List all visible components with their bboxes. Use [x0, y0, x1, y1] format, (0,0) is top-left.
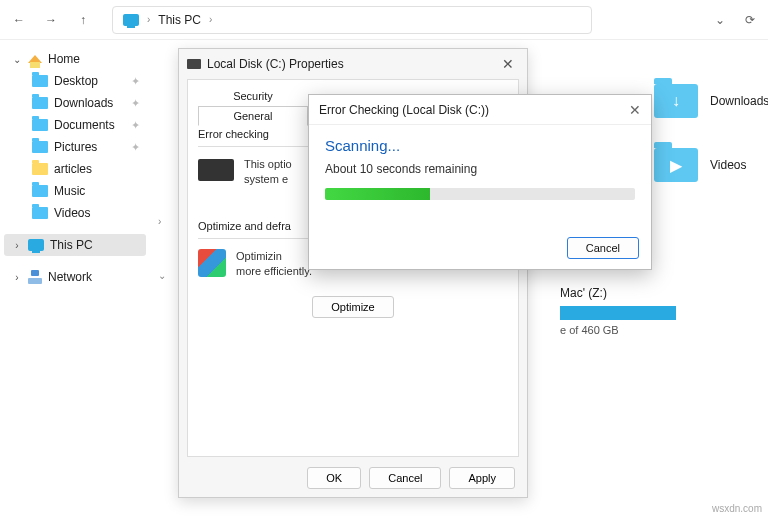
- forward-icon[interactable]: →: [42, 11, 60, 29]
- drive-name: Mac' (Z:): [560, 286, 676, 300]
- drive-icon: [187, 59, 201, 69]
- drive-capacity: e of 460 GB: [560, 324, 676, 336]
- folder-icon: [32, 75, 48, 87]
- folder-icon: [32, 207, 48, 219]
- refresh-icon[interactable]: ⟳: [742, 12, 758, 28]
- error-dialog-titlebar[interactable]: Error Checking (Local Disk (C:)) ✕: [309, 95, 651, 125]
- folder-icon: [32, 97, 48, 109]
- sidebar-item-label: Music: [54, 184, 85, 198]
- drive-icon: [198, 159, 234, 181]
- sidebar-item-label: articles: [54, 162, 92, 176]
- pin-icon: ✦: [131, 119, 140, 132]
- tile-videos[interactable]: ▶ Videos: [654, 148, 746, 182]
- properties-titlebar[interactable]: Local Disk (C:) Properties ✕: [179, 49, 527, 79]
- sidebar-item-label: Downloads: [54, 96, 113, 110]
- ok-button[interactable]: OK: [307, 467, 361, 489]
- sidebar: ⌄ Home Desktop✦ Downloads✦ Documents✦ Pi…: [0, 40, 150, 518]
- text-line: Optimizin: [236, 249, 312, 264]
- properties-title-text: Local Disk (C:) Properties: [207, 57, 344, 71]
- optimize-icon: [198, 249, 226, 277]
- chevron-right-icon: ›: [12, 272, 22, 283]
- properties-tabs: Security General: [198, 86, 308, 126]
- sidebar-item-pictures[interactable]: Pictures✦: [24, 136, 146, 158]
- chevron-icon: ›: [147, 14, 150, 25]
- chevron-down-icon[interactable]: ⌄: [158, 270, 166, 281]
- cancel-button[interactable]: Cancel: [369, 467, 441, 489]
- folder-icon: [32, 119, 48, 131]
- folder-icon: [32, 163, 48, 175]
- sidebar-item-documents[interactable]: Documents✦: [24, 114, 146, 136]
- cancel-button[interactable]: Cancel: [567, 237, 639, 259]
- folder-icon: [32, 141, 48, 153]
- toolbar: ← → ↑ › This PC › ⌄ ⟳: [0, 0, 768, 40]
- sidebar-item-label: Network: [48, 270, 92, 284]
- error-checking-dialog: Error Checking (Local Disk (C:)) ✕ Scann…: [308, 94, 652, 270]
- sidebar-item-this-pc[interactable]: › This PC: [4, 234, 146, 256]
- sidebar-item-label: Desktop: [54, 74, 98, 88]
- progress-fill: [325, 188, 430, 200]
- network-icon: [28, 270, 42, 284]
- watermark: wsxdn.com: [712, 503, 762, 514]
- sidebar-item-downloads[interactable]: Downloads✦: [24, 92, 146, 114]
- up-icon[interactable]: ↑: [74, 11, 92, 29]
- folder-icon: ▶: [654, 148, 698, 182]
- folder-icon: ↓: [654, 84, 698, 118]
- tab-general[interactable]: General: [198, 106, 308, 126]
- scanning-heading: Scanning...: [325, 137, 635, 154]
- tile-downloads[interactable]: ↓ Downloads: [654, 84, 768, 118]
- pc-icon: [28, 239, 44, 251]
- text-line: system e: [244, 172, 292, 187]
- sidebar-item-music[interactable]: Music: [24, 180, 146, 202]
- address-text: This PC: [158, 13, 201, 27]
- pin-icon: ✦: [131, 141, 140, 154]
- error-dialog-title-text: Error Checking (Local Disk (C:)): [319, 103, 489, 117]
- apply-button[interactable]: Apply: [449, 467, 515, 489]
- progress-bar: [325, 188, 635, 200]
- sidebar-item-desktop[interactable]: Desktop✦: [24, 70, 146, 92]
- address-bar[interactable]: › This PC ›: [112, 6, 592, 34]
- sidebar-item-label: Pictures: [54, 140, 97, 154]
- pin-icon: ✦: [131, 75, 140, 88]
- scanning-subtext: About 10 seconds remaining: [325, 162, 635, 176]
- sidebar-item-label: This PC: [50, 238, 93, 252]
- optimize-text: Optimizin more efficiently.: [236, 249, 312, 280]
- tile-label: Downloads: [710, 94, 768, 108]
- sidebar-item-home[interactable]: ⌄ Home: [4, 48, 146, 70]
- tab-security[interactable]: Security: [198, 86, 308, 106]
- sidebar-item-label: Documents: [54, 118, 115, 132]
- chevron-right-icon: ›: [12, 240, 22, 251]
- drive-usage-bar: [560, 306, 676, 320]
- pin-icon: ✦: [131, 97, 140, 110]
- optimize-button[interactable]: Optimize: [312, 296, 393, 318]
- sidebar-item-network[interactable]: › Network: [4, 266, 146, 288]
- sidebar-item-videos[interactable]: Videos: [24, 202, 146, 224]
- text-line: This optio: [244, 157, 292, 172]
- chevron-down-icon: ⌄: [12, 54, 22, 65]
- chevron-right-icon[interactable]: ›: [158, 216, 161, 227]
- properties-footer: OK Cancel Apply: [179, 467, 527, 489]
- folder-icon: [32, 185, 48, 197]
- close-icon[interactable]: ✕: [497, 56, 519, 72]
- text-line: more efficiently.: [236, 264, 312, 279]
- close-icon[interactable]: ✕: [629, 102, 641, 118]
- tile-label: Videos: [710, 158, 746, 172]
- chevron-icon: ›: [209, 14, 212, 25]
- back-icon[interactable]: ←: [10, 11, 28, 29]
- sidebar-item-articles[interactable]: articles: [24, 158, 146, 180]
- pc-icon: [123, 14, 139, 26]
- sidebar-item-label: Videos: [54, 206, 90, 220]
- drive-tile[interactable]: Mac' (Z:) e of 460 GB: [560, 286, 676, 336]
- expand-icon[interactable]: ⌄: [712, 12, 728, 28]
- error-checking-text: This optio system e: [244, 157, 292, 188]
- error-dialog-body: Scanning... About 10 seconds remaining: [309, 125, 651, 210]
- home-icon: [28, 55, 42, 63]
- sidebar-item-label: Home: [48, 52, 80, 66]
